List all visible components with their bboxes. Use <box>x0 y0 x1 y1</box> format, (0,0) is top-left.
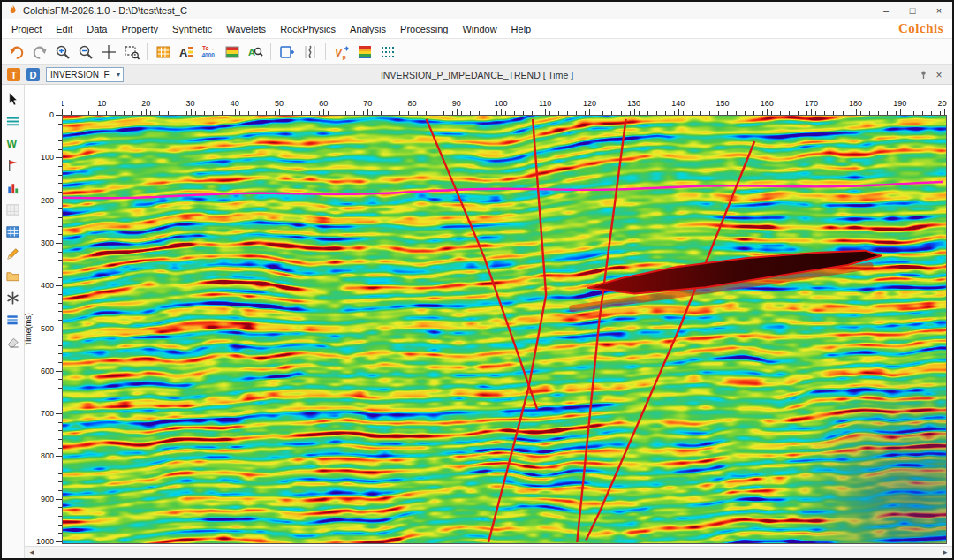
menu-item-synthetic[interactable]: Synthetic <box>165 19 219 39</box>
lines-teal-icon <box>5 114 20 129</box>
undo-icon <box>9 44 25 60</box>
annotation-text-button[interactable]: A <box>175 41 197 63</box>
w-green-icon: W <box>5 136 20 151</box>
menu-item-property[interactable]: Property <box>114 19 165 39</box>
colormap-table-button[interactable] <box>221 41 243 63</box>
x-tick-major <box>235 109 236 115</box>
menu-item-project[interactable]: Project <box>4 19 49 39</box>
x-tick-major <box>457 109 458 115</box>
redo-button[interactable] <box>28 41 50 63</box>
wavelet-tool[interactable]: W <box>4 134 22 152</box>
tab-d-badge[interactable]: D <box>26 68 40 81</box>
y-tick-major <box>56 456 62 457</box>
y-tick-major <box>56 371 62 372</box>
table-tool[interactable] <box>4 223 22 240</box>
wiggle-display-button[interactable] <box>299 41 321 63</box>
eraser-icon <box>5 335 20 350</box>
x-tick-major <box>545 109 546 115</box>
scale-to-4000-button[interactable]: To→4000 <box>198 41 220 63</box>
grid-tool[interactable] <box>4 201 22 218</box>
pin-icon[interactable] <box>915 67 931 83</box>
x-tick-label: 50 <box>275 99 284 108</box>
y-tick-major <box>56 243 62 244</box>
seismic-grid-button[interactable] <box>152 41 174 63</box>
y-tick-major <box>56 499 62 500</box>
add-view-button[interactable] <box>276 41 298 63</box>
minimize-button[interactable]: – <box>873 2 899 19</box>
x-tick-label: 150 <box>716 99 729 108</box>
copy-tool[interactable] <box>4 267 22 284</box>
y-tick-major <box>56 115 62 116</box>
title-bar: ColchisFM-2026.1.0 - D:\D\test\test_C – … <box>2 2 952 19</box>
vp-icon: Vp <box>334 44 350 60</box>
edit-log-tool[interactable] <box>4 245 22 262</box>
x-tick-major <box>102 109 102 115</box>
zoom-region-button[interactable] <box>120 41 142 63</box>
eraser-tool[interactable] <box>4 333 22 351</box>
undo-button[interactable] <box>5 41 27 63</box>
tab-t-badge[interactable]: T <box>7 68 20 81</box>
trace-ruler: 1102030405060708090100110120130140150160… <box>62 92 947 115</box>
menu-bar: ProjectEditDataPropertySyntheticWavelets… <box>2 19 952 39</box>
y-tick-label: 300 <box>41 238 54 247</box>
histogram-tool[interactable] <box>4 178 22 196</box>
color-grid-button[interactable] <box>353 41 375 63</box>
flag-icon <box>5 158 20 173</box>
wiggle-icon <box>302 44 318 60</box>
svg-text:W: W <box>6 138 17 150</box>
x-tick-label: 40 <box>231 99 239 108</box>
zoom-in-button[interactable] <box>51 41 73 63</box>
text-a-bars-icon: A <box>178 44 194 60</box>
menu-item-analysis[interactable]: Analysis <box>343 19 393 39</box>
document-strip: T D INVERSION_F ▾ INVERSION_P_IMPEDANCE_… <box>2 65 952 85</box>
find-annotation-button[interactable]: A <box>244 41 266 63</box>
zoom-box-icon <box>124 44 140 60</box>
y-tick-label: 1000 <box>36 537 54 546</box>
y-tick-label: 500 <box>41 324 54 333</box>
menu-item-data[interactable]: Data <box>80 19 114 39</box>
y-tick-label: 900 <box>41 495 54 503</box>
y-tick-label: 0 <box>49 110 54 119</box>
close-view-icon[interactable]: × <box>931 67 947 83</box>
ruler-corner <box>25 92 62 115</box>
y-tick-label: 100 <box>41 153 54 162</box>
scroll-track[interactable] <box>39 547 938 558</box>
inversion-dropdown-value: INVERSION_F <box>50 70 110 79</box>
menu-item-help[interactable]: Help <box>504 19 539 39</box>
redo-icon <box>32 44 48 60</box>
x-tick-label: 30 <box>186 99 195 108</box>
pointer-tool[interactable] <box>4 90 22 108</box>
menu-item-processing[interactable]: Processing <box>393 19 455 39</box>
bars-icon <box>5 180 20 195</box>
x-tick-label: 10 <box>97 99 106 108</box>
layers-tool[interactable] <box>4 311 22 329</box>
x-tick-major <box>323 109 324 115</box>
well-marker-tool[interactable] <box>4 156 22 174</box>
velocity-vp-button[interactable]: Vp <box>330 41 352 63</box>
menu-item-edit[interactable]: Edit <box>49 19 80 39</box>
x-tick-major <box>589 109 590 115</box>
menu-item-wavelets[interactable]: Wavelets <box>219 19 273 39</box>
scroll-right-icon[interactable]: ► <box>938 547 952 558</box>
close-button[interactable]: × <box>926 2 952 19</box>
x-tick-label: 160 <box>761 99 774 108</box>
x-tick-label: 190 <box>893 99 906 108</box>
section-lines-tool[interactable] <box>4 112 22 130</box>
grid-colors-icon <box>224 44 240 60</box>
toolbar-separator <box>270 43 271 60</box>
dots-grid-button[interactable] <box>376 41 398 63</box>
crosshair-button[interactable] <box>97 41 119 63</box>
inversion-dropdown[interactable]: INVERSION_F ▾ <box>46 67 124 82</box>
seismic-canvas[interactable] <box>63 116 946 543</box>
snap-tool[interactable] <box>4 289 22 306</box>
scroll-left-icon[interactable]: ◄ <box>25 547 39 558</box>
y-tick-major <box>56 285 62 286</box>
x-tick-major <box>413 109 413 115</box>
horizontal-scrollbar[interactable]: ◄ ► <box>25 546 952 558</box>
menu-item-rockphysics[interactable]: RockPhysics <box>273 19 343 39</box>
time-ruler: Time(ms) 0100200300400500600700800900100… <box>25 115 62 544</box>
maximize-button[interactable]: □ <box>899 2 926 19</box>
y-tick-major <box>56 541 62 542</box>
menu-item-window[interactable]: Window <box>455 19 504 39</box>
zoom-out-button[interactable] <box>74 41 96 63</box>
